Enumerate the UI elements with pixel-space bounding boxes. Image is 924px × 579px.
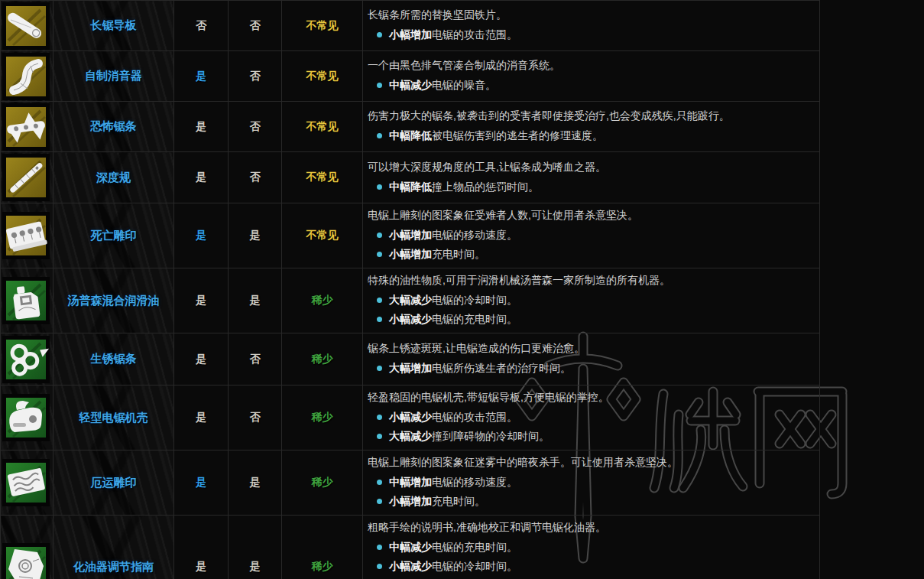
- table-row: 汤普森混合润滑油 是 是 稀少 特殊的油性物质,可用于润滑机械汤普森一家所制造的…: [1, 268, 820, 333]
- effect-magnitude: 大幅减少: [389, 430, 432, 442]
- description-cell: 轻盈稳固的电锯机壳,带短锯导板,方便电锯的掌控。 小幅减少电锯的攻击范围。大幅减…: [363, 385, 820, 451]
- rarity-cell: 不常见: [282, 203, 363, 268]
- effect-item: 大幅减少撞到障碍物的冷却时间。: [377, 427, 813, 446]
- effect-magnitude: 中幅增加: [389, 476, 432, 488]
- light-chassis-icon: [2, 394, 53, 441]
- yes-no-value: 是: [196, 120, 206, 132]
- addon-name-link[interactable]: 死亡雕印: [91, 229, 137, 242]
- yes-no-value[interactable]: 是: [196, 70, 206, 82]
- yes-no-cell-1: 是: [174, 51, 229, 102]
- effect-item: 小幅减少撞击到物品的耗费时间。: [377, 576, 813, 579]
- effect-text: 电锯的移动速度。: [432, 229, 517, 241]
- addon-name-link[interactable]: 恐怖锯条: [91, 119, 137, 132]
- yes-no-value: 否: [196, 19, 206, 31]
- yes-no-value: 是: [196, 411, 206, 423]
- bullet-icon: [377, 545, 382, 550]
- effect-text: 电锯的充电时间。: [432, 541, 517, 553]
- effect-text: 电锯的攻击范围。: [432, 28, 517, 41]
- addon-description: 粗略手绘的说明书,准确地校正和调节电锯化油器。: [368, 519, 813, 535]
- yes-no-value: 否: [250, 120, 261, 132]
- effect-item: 大幅减少电锯的冷却时间。: [377, 291, 813, 310]
- addon-name-link[interactable]: 轻型电锯机壳: [79, 411, 148, 424]
- addon-name-link[interactable]: 深度规: [96, 171, 131, 184]
- effect-item: 大幅增加电锯所伤逃生者的治疗时间。: [377, 359, 813, 378]
- yes-no-cell-1: 是: [174, 385, 229, 451]
- addon-name-link[interactable]: 长锯导板: [91, 18, 137, 31]
- yes-no-cell-2: 否: [229, 385, 282, 451]
- bullet-icon: [377, 434, 382, 439]
- effect-item: 中幅降低撞上物品的惩罚时间。: [377, 177, 813, 197]
- effects-list: 中幅降低被电锯伤害到的逃生者的修理速度。: [368, 126, 813, 145]
- rarity-cell: 稀少: [282, 516, 363, 579]
- rarity-label: 稀少: [312, 411, 333, 423]
- yes-no-value: 是: [196, 560, 206, 572]
- bullet-icon: [377, 415, 382, 420]
- effects-list: 中幅减少电锯的充电时间。小幅减少电锯的冷却时间。小幅减少撞击到物品的耗费时间。小…: [368, 538, 813, 579]
- rarity-label: 稀少: [312, 560, 333, 572]
- table-row: 轻型电锯机壳 是 否 稀少 轻盈稳固的电锯机壳,带短锯导板,方便电锯的掌控。 小…: [1, 385, 820, 451]
- yes-no-value: 是: [196, 353, 206, 365]
- effects-list: 大幅增加电锯所伤逃生者的治疗时间。: [368, 359, 813, 378]
- effect-text: 撞到障碍物的冷却时间。: [432, 430, 550, 442]
- table-row: 恐怖锯条 是 否 不常见 伤害力极大的锯条,被袭击到的受害者即使接受治疗,也会变…: [1, 102, 820, 152]
- addon-name-link[interactable]: 自制消音器: [85, 69, 142, 82]
- addon-icon-cell: [1, 385, 53, 451]
- addon-name-cell: 自制消音器: [53, 51, 174, 102]
- addon-icon-cell: [1, 1, 53, 51]
- effect-text: 电锯的噪音。: [432, 79, 496, 91]
- effect-text: 电锯的攻击范围。: [432, 411, 517, 423]
- addon-icon-cell: [1, 451, 53, 516]
- addon-name-link[interactable]: 汤普森混合润滑油: [68, 294, 160, 307]
- yes-no-cell-1: 是: [174, 102, 229, 152]
- addon-name-cell: 恐怖锯条: [53, 102, 174, 152]
- addon-description: 锯条上锈迹斑斑,让电锯造成的伤口更难治愈。: [368, 340, 813, 356]
- yes-no-value: 否: [250, 353, 261, 365]
- rarity-cell: 稀少: [282, 385, 363, 451]
- yes-no-value[interactable]: 是: [196, 476, 206, 488]
- carburetor-guide-paper-icon: [2, 543, 53, 579]
- effect-text: 电锯的冷却时间。: [432, 294, 517, 306]
- yes-no-cell-2: 否: [229, 51, 282, 102]
- rarity-cell: 稀少: [282, 268, 363, 333]
- addon-name-cell: 死亡雕印: [53, 203, 174, 268]
- yes-no-value: 是: [196, 294, 206, 306]
- rarity-label: 不常见: [306, 171, 339, 183]
- addon-description: 电锯上雕刻的图案象征受难者人数,可让使用者杀意坚决。: [368, 207, 813, 223]
- addon-name-link[interactable]: 化油器调节指南: [73, 560, 154, 573]
- yes-no-cell-2: 是: [229, 203, 282, 268]
- yes-no-cell-1: 否: [174, 1, 229, 51]
- addon-icon-cell: [1, 203, 53, 268]
- effects-list: 小幅增加电锯的攻击范围。: [368, 25, 813, 44]
- thompson-mix-oil-can-icon: [2, 277, 53, 324]
- effect-item: 小幅减少电锯的充电时间。: [377, 310, 813, 329]
- effect-magnitude: 中幅降低: [389, 129, 432, 141]
- effect-magnitude: 小幅减少: [389, 560, 432, 572]
- addon-icon-cell: [1, 268, 53, 333]
- bullet-icon: [377, 317, 382, 322]
- bullet-icon: [377, 564, 382, 569]
- description-cell: 电锯上雕刻的图案象征受难者人数,可让使用者杀意坚决。 小幅增加电锯的移动速度。小…: [363, 203, 820, 268]
- addon-icon-cell: [1, 51, 53, 102]
- bullet-icon: [377, 133, 382, 138]
- rarity-label: 不常见: [306, 120, 339, 132]
- effect-magnitude: 小幅减少: [389, 411, 432, 423]
- rarity-cell: 不常见: [282, 152, 363, 203]
- effect-text: 充电时间。: [432, 495, 485, 507]
- rarity-cell: 不常见: [282, 51, 363, 102]
- effects-list: 中幅降低撞上物品的惩罚时间。: [368, 177, 813, 197]
- effect-text: 被电锯伤害到的逃生者的修理速度。: [432, 129, 603, 141]
- rusted-chain-icon: [2, 336, 53, 383]
- bullet-icon: [377, 83, 382, 88]
- effect-magnitude: 中幅减少: [389, 79, 432, 91]
- addon-name-link[interactable]: 厄运雕印: [91, 476, 137, 489]
- effect-item: 小幅减少电锯的冷却时间。: [377, 557, 813, 576]
- yes-no-value: 否: [250, 171, 261, 183]
- yes-no-cell-2: 否: [229, 333, 282, 385]
- yes-no-value[interactable]: 是: [196, 229, 206, 241]
- description-cell: 长锯条所需的替换坚固铁片。 小幅增加电锯的攻击范围。: [363, 1, 820, 51]
- addon-name-link[interactable]: 生锈锯条: [91, 352, 137, 365]
- addon-name-cell: 汤普森混合润滑油: [53, 268, 174, 333]
- table-row: 死亡雕印 是 是 不常见 电锯上雕刻的图案象征受难者人数,可让使用者杀意坚决。 …: [1, 203, 820, 268]
- yes-no-cell-1: 是: [174, 203, 229, 268]
- yes-no-value: 是: [250, 560, 261, 572]
